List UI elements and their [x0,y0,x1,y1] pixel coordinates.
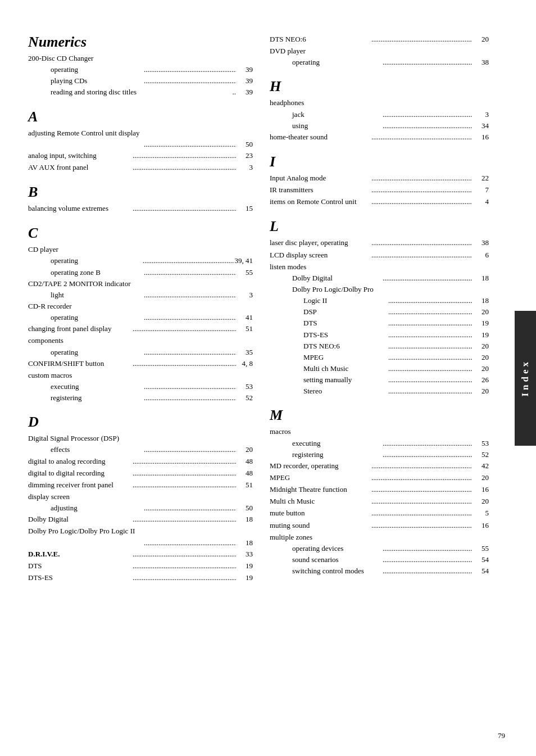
entry-macros-executing: executing 53 [270,438,489,449]
entry-playing-cds: playing CDs 39 [28,75,253,87]
entry-cd-r-recorder: CD-R recorder [28,301,253,312]
entry-adjusting-remote-page: 50 [28,139,253,150]
entry-items-remote: items on Remote Control unit 4 [270,196,489,208]
entry-zones-operating: operating devices 55 [270,543,489,554]
entry-cd-zone-b: operating zone B 55 [28,267,253,278]
entry-dolby-pro-page: 18 [28,537,253,549]
entry-changing-front-panel: changing front panel display 51 [28,323,253,335]
entry-display-screen: display screen [28,491,253,503]
entry-dts-neo6-top: DTS NEO:6 20 [270,34,489,46]
entry-listen-mpeg: MPEG 20 [270,352,489,363]
entry-multiple-zones: multiple zones [270,532,489,543]
entry-zones-sound-scenarios: sound scenarios 54 [270,554,489,565]
entry-dsp: Digital Signal Processor (DSP) [28,433,253,444]
entry-drive: D.R.I.V.E. 33 [28,549,253,560]
heading-i: I [270,153,489,170]
heading-h: H [270,78,489,95]
page-number: 79 [498,731,505,740]
heading-c: C [28,225,253,242]
entry-listen-dolby-digital: Dolby Digital 18 [270,273,489,284]
entry-listen-stereo: Stereo 20 [270,386,489,397]
entry-mute-button: mute button 5 [270,508,489,519]
entry-listen-dolby-pro: Dolby Pro Logic/Dolby Pro [270,284,489,295]
entry-av-aux: AV AUX front panel 3 [28,162,253,174]
entry-dolby-pro: Dolby Pro Logic/Dolby Pro Logic II [28,526,253,537]
entry-listen-setting-manually: setting manually 26 [270,374,489,386]
entry-custom-macros: custom macros [28,370,253,381]
heading-numerics: Numerics [28,34,253,51]
entry-listen-dts: DTS 19 [270,318,489,329]
page: Numerics 200-Disc CD Changer operating 3… [0,0,536,756]
entry-dvd-player: DVD player [270,46,489,57]
entry-listen-dts-es: DTS-ES 19 [270,329,489,341]
entry-cd2-tape2: CD2/TAPE 2 MONITOR indicator [28,278,253,289]
entry-headphones: headphones [270,97,489,108]
entry-balancing: balancing volume extremes 15 [28,203,253,215]
index-tab: Index [515,311,536,446]
entry-dolby-digital: Dolby Digital 18 [28,514,253,526]
entry-operating-1: operating 39 [28,64,253,75]
entry-listen-dsp: DSP 20 [270,306,489,318]
entry-input-analog: Input Analog mode 22 [270,173,489,184]
section-c: C CD player operating 39, 41 operating z… [28,225,253,404]
entry-dts-es: DTS-ES 19 [28,572,253,584]
entry-headphones-jack: jack 3 [270,109,489,120]
entry-home-theater: home-theater sound 16 [270,132,489,143]
entry-ir-transmitters: IR transmitters 7 [270,184,489,196]
entry-listen-multi-ch: Multi ch Music 20 [270,363,489,374]
entry-cd-r-operating: operating 41 [28,312,253,323]
entry-listen-logic2: Logic II 18 [270,295,489,306]
entry-cd-operating: operating 39, 41 [28,255,253,266]
entry-digital-analog: digital to analog recording 48 [28,456,253,468]
section-b: B balancing volume extremes 15 [28,184,253,215]
entry-components-operating: operating 35 [28,347,253,358]
entry-laser-disc: laser disc player, operating 38 [270,237,489,249]
right-column: DTS NEO:6 20 DVD player operating 38 H h… [264,34,489,722]
entry-dsp-effects: effects 20 [28,444,253,455]
section-h: H headphones jack 3 using 34 home-theate… [270,78,489,143]
entry-dts: DTS 19 [28,560,253,572]
entry-headphones-using: using 34 [270,120,489,132]
left-column: Numerics 200-Disc CD Changer operating 3… [28,34,264,722]
index-tab-label: Index [520,359,531,397]
entry-200disc: 200-Disc CD Changer [28,53,253,64]
heading-d: D [28,414,253,431]
section-i: I Input Analog mode 22 IR transmitters 7… [270,153,489,208]
entry-dimming: dimming receiver front panel 51 [28,479,253,491]
section-numerics: Numerics 200-Disc CD Changer operating 3… [28,34,253,98]
entry-md-recorder: MD recorder, operating 42 [270,460,489,472]
entry-multi-ch-music: Multi ch Music 20 [270,496,489,508]
entry-components: components [28,335,253,346]
heading-m: M [270,407,489,424]
section-l: L laser disc player, operating 38 LCD di… [270,218,489,397]
entry-macros-registering: registering 52 [270,449,489,460]
entry-confirm-shift: CONFIRM/SHIFT button 4, 8 [28,358,253,370]
heading-a: A [28,108,253,125]
section-m: M macros executing 53 registering 52 MD … [270,407,489,577]
entry-display-adjusting: adjusting 50 [28,503,253,514]
section-continuation: DTS NEO:6 20 DVD player operating 38 [270,34,489,68]
entry-custom-executing: executing 53 [28,381,253,392]
heading-b: B [28,184,253,201]
entry-midnight-theatre: Midnight Theatre function 16 [270,484,489,496]
heading-l: L [270,218,489,235]
entry-muting-sound: muting sound 16 [270,520,489,532]
entry-lcd-display: LCD display screen 6 [270,250,489,261]
entry-dvd-operating: operating 38 [270,57,489,68]
entry-custom-registering: registering 52 [28,392,253,404]
entry-zones-switching: switching control modes 54 [270,565,489,577]
entry-cd-player: CD player [28,244,253,255]
entry-mpeg: MPEG 20 [270,472,489,484]
entry-reading-storing: reading and storing disc titles .. 39 [28,87,253,98]
entry-listen-dts-neo6: DTS NEO:6 20 [270,341,489,352]
entry-digital-digital: digital to digital recording 48 [28,468,253,479]
entry-light: light 3 [28,289,253,301]
section-d: D Digital Signal Processor (DSP) effects… [28,414,253,584]
main-content: Numerics 200-Disc CD Changer operating 3… [0,22,536,734]
entry-analog-input: analog input, switching 23 [28,150,253,162]
entry-adjusting-remote: adjusting Remote Control unit display [28,128,253,139]
section-a: A adjusting Remote Control unit display … [28,108,253,174]
entry-macros: macros [270,426,489,437]
entry-listen-modes: listen modes [270,261,489,273]
